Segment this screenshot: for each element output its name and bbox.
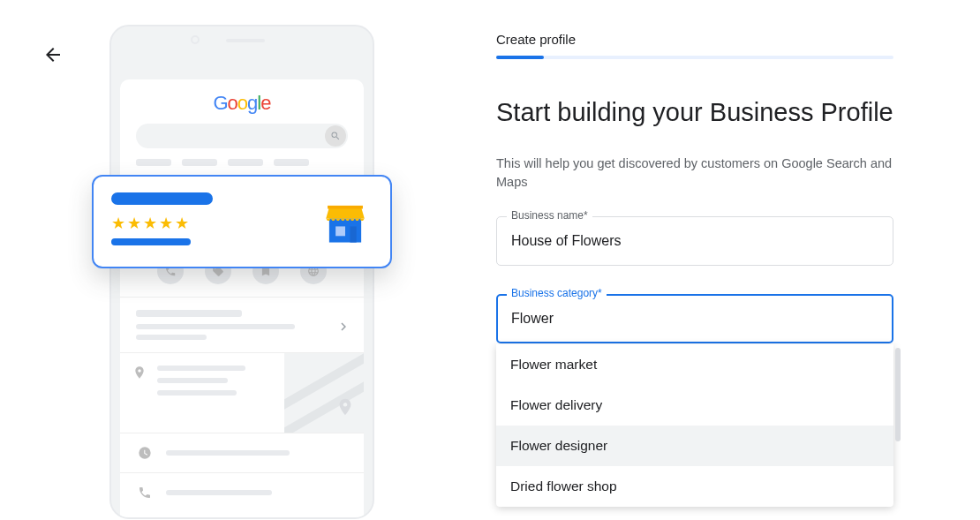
business-category-field: Business category* Flower market Flower …: [496, 294, 893, 343]
business-name-field: Business name*: [496, 216, 893, 266]
onboarding-illustration: Google: [109, 25, 374, 519]
storefront-icon: [320, 196, 371, 251]
mock-list-section: [120, 297, 364, 352]
mock-map-section: [120, 352, 364, 433]
create-profile-form: Create profile Start building your Busin…: [496, 32, 893, 343]
mock-subtitle-bar: [111, 238, 191, 245]
google-logo: Google: [120, 79, 364, 115]
progress-track: [496, 56, 893, 59]
back-button[interactable]: [42, 44, 64, 65]
dropdown-scrollbar[interactable]: [895, 348, 901, 441]
business-name-input[interactable]: [496, 216, 893, 266]
mock-search-bar: [136, 124, 348, 148]
svg-rect-4: [350, 226, 356, 242]
clock-icon: [136, 446, 154, 460]
progress-fill: [496, 56, 544, 59]
mock-hours-row: [120, 433, 364, 472]
stepper-label: Create profile: [496, 32, 893, 47]
featured-business-card: ★★★★★: [92, 175, 392, 268]
mock-phone-row: [120, 472, 364, 512]
svg-rect-3: [335, 226, 345, 236]
business-category-input[interactable]: [496, 294, 893, 343]
phone-mockup: Google: [109, 25, 374, 519]
suggestion-option[interactable]: Dried flower shop: [496, 466, 893, 507]
business-name-label: Business name*: [507, 209, 592, 222]
svg-marker-1: [326, 207, 365, 219]
suggestion-option[interactable]: Flower market: [496, 344, 893, 385]
mock-title-bar: [111, 192, 213, 205]
mock-search-button: [325, 125, 346, 147]
phone-screen: Google: [120, 79, 364, 517]
pin-outline-icon: [131, 366, 148, 380]
page-subtext: This will help you get discovered by cus…: [496, 154, 893, 192]
chevron-right-icon: [335, 319, 351, 338]
search-icon: [330, 131, 341, 141]
map-pin-icon: [335, 397, 355, 417]
business-category-label: Business category*: [507, 287, 607, 299]
mock-map-thumbnail: [284, 353, 364, 433]
phone-outline-icon: [136, 486, 154, 500]
category-suggestions-dropdown: Flower market Flower delivery Flower des…: [496, 344, 893, 507]
arrow-left-icon: [42, 44, 64, 65]
skeleton-tabs: [120, 155, 364, 170]
phone-speaker: [226, 39, 265, 42]
suggestion-option[interactable]: Flower delivery: [496, 385, 893, 426]
svg-rect-2: [328, 206, 363, 209]
page-headline: Start building your Business Profile: [496, 96, 893, 128]
suggestion-option[interactable]: Flower designer: [496, 426, 893, 466]
phone-camera-dot: [191, 35, 200, 44]
